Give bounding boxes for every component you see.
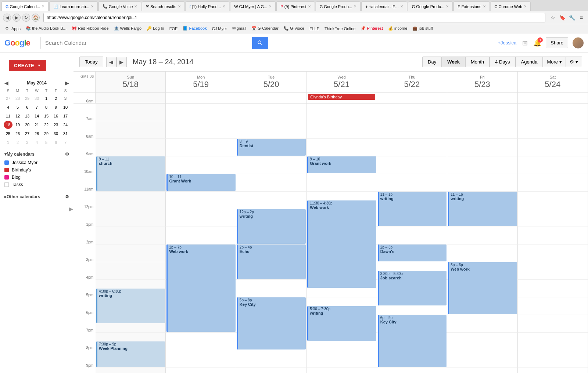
bookmark-gcalendar[interactable]: 📅 G-Calendar (249, 26, 281, 31)
today-button[interactable]: Today (79, 57, 103, 67)
mini-cal-date[interactable]: 4 (32, 138, 41, 146)
agenda-view-button[interactable]: Agenda (516, 57, 543, 67)
mini-cal-date[interactable]: 10 (61, 103, 70, 111)
mini-cal-date[interactable]: 11 (4, 112, 12, 120)
more-view-button[interactable]: More ▾ (543, 57, 566, 67)
extension-icon[interactable]: 🔧 (568, 14, 576, 21)
forward-button[interactable]: ▶ (12, 14, 21, 22)
mini-cal-prev[interactable]: ◀ (3, 80, 10, 86)
tab-google-calendar[interactable]: G Google Calend... ✕ (1, 1, 49, 11)
bookmark-wellsfargo[interactable]: 🏦 Wells Fargo (112, 26, 144, 31)
star-icon[interactable]: ☆ (549, 14, 556, 21)
mini-cal-date[interactable]: 31 (61, 130, 70, 138)
back-button[interactable]: ◀ (3, 14, 11, 22)
mini-cal-date[interactable]: 27 (23, 130, 32, 138)
user-avatar[interactable] (573, 37, 584, 48)
mini-cal-date[interactable]: 19 (13, 121, 22, 129)
mini-cal-date[interactable]: 2 (13, 138, 22, 146)
apps-grid-icon[interactable]: ⊞ (521, 39, 529, 47)
event-block[interactable]: 3:30p – 5:30pJob search (378, 271, 447, 305)
tab-learn[interactable]: 📄 Learn more ab... ✕ (49, 1, 98, 11)
mini-cal-date[interactable]: 24 (61, 121, 70, 129)
mini-cal-date[interactable]: 7 (32, 103, 41, 111)
mini-cal-date[interactable]: 28 (32, 130, 41, 138)
other-calendars-settings[interactable]: ⚙ (65, 194, 69, 199)
tab-holly[interactable]: f (1) Holly Rand... ✕ (186, 1, 230, 11)
tab-close-icon[interactable]: ✕ (89, 4, 94, 8)
bookmark-foe[interactable]: FOE (167, 26, 180, 31)
username[interactable]: +Jessica (498, 40, 516, 46)
event-block[interactable]: 8 – 9Dentist (237, 139, 306, 156)
mini-cal-date[interactable]: 14 (32, 112, 41, 120)
tab-cjmyer[interactable]: W CJ Myer | A G... ✕ (230, 1, 276, 11)
mini-cal-date[interactable]: 3 (23, 138, 32, 146)
mini-cal-date[interactable]: 29 (23, 94, 32, 102)
birthday-event[interactable]: Glynda's Birthday (308, 94, 375, 100)
mini-cal-date[interactable]: 1 (4, 138, 12, 146)
mini-cal-date[interactable]: 8 (42, 103, 51, 111)
mini-cal-date[interactable]: 17 (61, 112, 70, 120)
my-calendars-header[interactable]: ▾ My calendars ⚙ (4, 152, 69, 157)
mini-cal-date[interactable]: 28 (13, 94, 22, 102)
event-block[interactable]: 3p – 6pWeb work (448, 262, 517, 314)
tasks-checkbox[interactable] (4, 182, 9, 187)
event-block[interactable]: 2p – 7pWeb work (166, 245, 235, 332)
all-day-wed[interactable]: Glynda's Birthday (306, 93, 377, 103)
week-view-button[interactable]: Week (442, 57, 465, 67)
mini-cal-date[interactable]: 26 (13, 130, 22, 138)
sidebar-expand-arrow[interactable]: ▶ (0, 204, 74, 212)
tab-close-icon[interactable]: ✕ (267, 4, 272, 8)
mini-cal-date[interactable]: 4 (4, 103, 12, 111)
search-button[interactable] (252, 37, 268, 49)
bookmark-redribbon[interactable]: 🎀 Red Ribbon Ride (69, 26, 111, 31)
bookmark-cjmyer[interactable]: CJ Myer (210, 26, 229, 31)
tab-close-icon[interactable]: ✕ (40, 4, 44, 8)
mini-cal-date[interactable]: 2 (51, 94, 60, 102)
tab-close-icon[interactable]: ✕ (221, 4, 225, 8)
menu-icon[interactable]: ≡ (578, 14, 585, 21)
event-block[interactable]: 2p – 3pDawn's (378, 245, 447, 261)
bookmark-login[interactable]: 🔑 Log In (144, 26, 166, 31)
event-block[interactable]: 12p – 2pwriting (237, 209, 306, 244)
tab-pinterest[interactable]: P (9) Pinterest ✕ (276, 1, 315, 11)
mini-cal-date[interactable]: 20 (23, 121, 32, 129)
tab-google-products[interactable]: G Google Produ... ✕ (316, 1, 361, 11)
mini-cal-date[interactable]: 22 (42, 121, 51, 129)
my-calendars-settings[interactable]: ⚙ (65, 152, 69, 157)
tab-close-icon[interactable]: ✕ (481, 4, 486, 8)
event-block[interactable]: 11 – 1pwriting (378, 192, 447, 226)
event-block[interactable]: 7:30p – 9pWeek Planning (96, 341, 165, 367)
mini-cal-next[interactable]: ▶ (64, 80, 71, 86)
mini-cal-date[interactable]: 18 (4, 121, 12, 129)
tab-close-icon[interactable]: ✕ (133, 4, 137, 8)
tab-extensions[interactable]: E Extensions ✕ (453, 1, 490, 11)
tab-google-products2[interactable]: G Google Produ... ✕ (408, 1, 453, 11)
mini-cal-date[interactable]: 6 (23, 103, 32, 111)
mini-cal-date[interactable]: 5 (42, 138, 51, 146)
prev-week-button[interactable]: ◀ (106, 57, 116, 67)
event-block[interactable]: 10 – 11Grant Work (166, 174, 235, 191)
event-block[interactable]: 9 – 10Grant work (307, 156, 376, 173)
tab-close-icon[interactable]: ✕ (306, 4, 311, 8)
mini-cal-date[interactable]: 9 (51, 103, 60, 111)
calendar-item-birthdays[interactable]: Birthday's (4, 166, 69, 174)
mini-cal-date[interactable]: 25 (4, 130, 12, 138)
4days-view-button[interactable]: 4 Days (490, 57, 515, 67)
mini-cal-date[interactable]: 23 (51, 121, 60, 129)
bookmark-jobstuff[interactable]: 💼 job stuff (410, 26, 435, 31)
mini-cal-date[interactable]: 16 (51, 112, 60, 120)
bookmark-elle[interactable]: ELLE (307, 26, 322, 31)
event-block[interactable]: 11:30 – 4:30pWeb work (307, 200, 376, 288)
mini-cal-date[interactable]: 29 (42, 130, 51, 138)
next-week-button[interactable]: ▶ (116, 57, 127, 67)
mini-cal-date[interactable]: 6 (51, 138, 60, 146)
address-bar[interactable] (43, 13, 545, 22)
notification-bell[interactable]: 🔔 1 (533, 39, 541, 47)
mini-cal-date[interactable]: 3 (61, 94, 70, 102)
home-button[interactable]: 🏠 (32, 14, 40, 22)
bookmark-pinterest[interactable]: 📌 Pinterest (358, 26, 385, 31)
event-block[interactable]: 11 – 1pwriting (448, 192, 517, 226)
other-calendars-header[interactable]: ▸ Other calendars ⚙ (4, 194, 69, 199)
tab-close-icon[interactable]: ✕ (444, 4, 449, 8)
calendar-item-jessica[interactable]: Jessica Myer (4, 159, 69, 166)
